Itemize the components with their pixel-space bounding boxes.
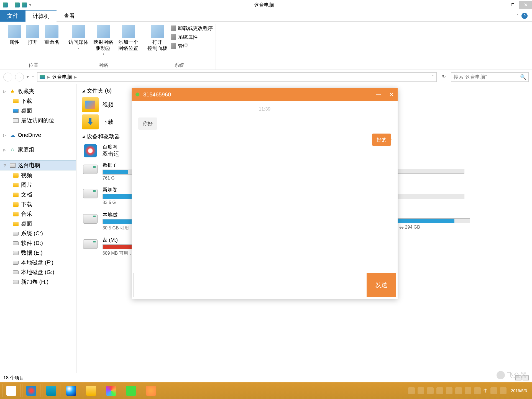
baidu-icon: [82, 143, 99, 158]
nav-pictures[interactable]: 图片: [0, 180, 76, 190]
nav-favorites[interactable]: ▷★收藏夹: [0, 86, 76, 96]
ribbon: 属性 打开 重命名 位置 访问媒体▾ 映射网络 驱动器▾ 添加一个 网络位置 网…: [0, 22, 532, 70]
collapse-ribbon-icon[interactable]: ˄: [517, 14, 519, 18]
nav-data-e[interactable]: 数据 (E:): [0, 248, 76, 258]
disk-icon: [83, 214, 98, 224]
tray-icon[interactable]: [455, 387, 462, 394]
drive-icon: [13, 232, 19, 236]
qat-dropdown-icon[interactable]: ▾: [29, 2, 31, 7]
nav-system-c-label: 系统 (C:): [21, 230, 43, 237]
tray-icon[interactable]: [408, 387, 415, 394]
taskbar-clock[interactable]: 2019/5/3: [508, 388, 530, 393]
tray-icon[interactable]: [500, 387, 507, 394]
nav-local-g-label: 本地磁盘 (G:): [21, 268, 54, 276]
ribbon-tabs: 文件 计算机 查看 ˄ ?: [0, 10, 532, 22]
access-media-label: 访问媒体: [68, 39, 88, 45]
nav-homegroup[interactable]: ▷⌂家庭组: [0, 145, 76, 155]
uninstall-button[interactable]: 卸载或更改程序: [171, 25, 213, 32]
chat-input[interactable]: [133, 273, 365, 297]
folder-icon: [13, 193, 19, 197]
address-path[interactable]: ▸ 这台电脑 ▸ ˅: [37, 72, 437, 82]
start-button[interactable]: [2, 384, 21, 397]
system-properties-button[interactable]: 系统属性: [171, 34, 213, 40]
nav-music[interactable]: 音乐: [0, 209, 76, 219]
refresh-button[interactable]: ↻: [439, 73, 448, 81]
watermark-icon: [497, 371, 505, 379]
nav-local-f[interactable]: 本地磁盘 (F:): [0, 258, 76, 267]
control-panel-button[interactable]: 打开 控制面板: [146, 24, 169, 52]
nav-videos[interactable]: 视频: [0, 170, 76, 180]
tray-icon[interactable]: [446, 387, 452, 394]
nav-new-h[interactable]: 新加卷 (H:): [0, 277, 76, 287]
chat-close-button[interactable]: ✕: [389, 91, 394, 98]
taskbar-app1[interactable]: [102, 384, 120, 397]
manage-label: 管理: [178, 43, 188, 49]
nav-downloads[interactable]: 下载: [0, 96, 76, 106]
outgoing-message: 好的: [372, 134, 391, 146]
minimize-button[interactable]: —: [494, 1, 507, 9]
forward-button[interactable]: →: [15, 73, 24, 81]
back-button[interactable]: ←: [3, 73, 12, 81]
map-drive-button[interactable]: 映射网络 驱动器▾: [92, 24, 115, 57]
tray-icon[interactable]: [474, 387, 481, 394]
nav-recent[interactable]: 最近访问的位: [0, 116, 76, 125]
nav-thispc[interactable]: ▽这台电脑: [0, 160, 76, 170]
address-dropdown-icon[interactable]: ˅: [432, 74, 434, 80]
tray-icon[interactable]: [490, 387, 497, 394]
chat-minimize-button[interactable]: —: [376, 91, 381, 98]
nav-downloads2-label: 下载: [21, 201, 32, 208]
pc-icon: [40, 75, 45, 79]
nav-recent-label: 最近访问的位: [21, 117, 54, 124]
tab-file[interactable]: 文件: [0, 10, 25, 22]
nav-system-c[interactable]: 系统 (C:): [0, 229, 76, 238]
download-folder-icon: [82, 114, 99, 129]
help-icon[interactable]: ?: [521, 13, 528, 19]
add-location-button[interactable]: 添加一个 网络位置: [117, 24, 140, 52]
tray-icon[interactable]: [465, 387, 471, 394]
app-baidu-label: 百度网: [103, 144, 119, 150]
ime-indicator[interactable]: 中: [484, 388, 488, 393]
app-icon: [3, 2, 8, 7]
chat-titlebar[interactable]: 315465960 — ✕: [132, 88, 398, 101]
nav-data-e-label: 数据 (E:): [21, 249, 43, 257]
system-tray: 中: [408, 387, 507, 394]
taskbar-explorer[interactable]: [82, 384, 100, 397]
qat-properties-icon[interactable]: [15, 2, 20, 7]
tray-icon[interactable]: [418, 387, 424, 394]
history-dropdown-icon[interactable]: ▾: [27, 74, 29, 80]
taskbar-app2[interactable]: [142, 384, 160, 397]
nav-software-d[interactable]: 软件 (D:): [0, 238, 76, 248]
nav-documents[interactable]: 文档: [0, 190, 76, 200]
tab-computer[interactable]: 计算机: [25, 10, 57, 22]
open-button[interactable]: 打开: [24, 24, 41, 47]
breadcrumb-thispc[interactable]: 这台电脑: [52, 74, 72, 80]
send-button[interactable]: 发送: [367, 273, 396, 297]
up-button[interactable]: ↑: [32, 74, 34, 80]
tray-icon[interactable]: [427, 387, 434, 394]
maximize-button[interactable]: ❐: [507, 1, 519, 9]
properties-button[interactable]: 属性: [6, 24, 23, 47]
nav-local-g[interactable]: 本地磁盘 (G:): [0, 267, 76, 277]
folder-icon: [13, 222, 19, 226]
nav-favorites-label: 收藏夹: [18, 88, 34, 95]
folder-icon: [13, 173, 19, 178]
nav-desktop2[interactable]: 桌面: [0, 219, 76, 229]
taskbar-baidu[interactable]: [22, 384, 40, 397]
rename-button[interactable]: 重命名: [43, 24, 61, 47]
taskbar-wechat[interactable]: [122, 384, 140, 397]
access-media-button[interactable]: 访问媒体▾: [67, 24, 90, 51]
tray-icon[interactable]: [436, 387, 443, 394]
properties-label: 属性: [9, 39, 19, 45]
chat-timestamp: 11:39: [138, 106, 391, 112]
nav-downloads2[interactable]: 下载: [0, 200, 76, 209]
manage-button[interactable]: 管理: [171, 43, 213, 49]
taskbar-browser[interactable]: [62, 384, 80, 397]
nav-onedrive[interactable]: ▷☁OneDrive: [0, 131, 76, 139]
taskbar-thunder[interactable]: [42, 384, 60, 397]
search-input[interactable]: 搜索"这台电脑" 🔍: [451, 72, 529, 82]
close-button[interactable]: ✕: [519, 1, 532, 9]
manage-icon: [171, 43, 176, 49]
tab-view[interactable]: 查看: [57, 10, 82, 22]
nav-desktop[interactable]: 桌面: [0, 106, 76, 116]
qat-new-folder-icon[interactable]: [22, 2, 27, 7]
